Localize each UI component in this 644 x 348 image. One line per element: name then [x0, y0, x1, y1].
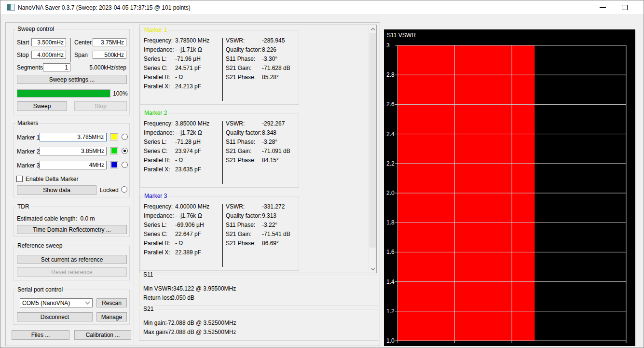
chart-canvas[interactable]: 32.82.62.42.22.01.81.61.41.21.0: [384, 29, 635, 346]
marker-frequency-input[interactable]: 4MHz: [40, 161, 107, 169]
maximize-button[interactable]: [614, 0, 635, 14]
detail-label: Quality factor:: [226, 212, 261, 219]
y-tick-label: 1.4: [386, 278, 395, 285]
detail-value: -71.96 µH: [175, 56, 201, 62]
marker-detail-panel: Marker 1 Frequency: 3.78500 MHz Impedanc…: [140, 30, 299, 105]
marker-detail-panel: Marker 2 Frequency: 3.85000 MHz Impedanc…: [140, 113, 299, 188]
detail-label: Frequency:: [144, 203, 173, 210]
detail-value: -3.30°: [262, 56, 277, 62]
marker-frequency-input[interactable]: 3.785MHz: [40, 133, 107, 141]
delta-marker-checkbox[interactable]: [16, 176, 23, 182]
marker-select-radio[interactable]: [122, 162, 128, 168]
serial-port-select[interactable]: COM5 (NanoVNA): [20, 298, 93, 307]
marker-frequency-input[interactable]: 3.85MHz: [40, 147, 107, 155]
stop-input[interactable]: 4.000mHz: [31, 51, 66, 59]
summary-value: -72.088 dB @ 3.52500MHz: [166, 320, 236, 326]
rescan-button[interactable]: Rescan: [96, 298, 127, 307]
marker-color-button[interactable]: [110, 161, 118, 168]
detail-label: Quality factor:: [226, 129, 261, 136]
tdr-button[interactable]: Time Domain Reflectometry ...: [17, 225, 127, 234]
y-tick-label: 3: [386, 42, 390, 49]
detail-label: S21 Gain:: [226, 148, 251, 154]
detail-value: -71.091 dB: [262, 148, 290, 154]
progress-percent: 100%: [113, 90, 128, 97]
detail-value: -292.267: [262, 120, 285, 127]
scrollbar-down-button[interactable]: [369, 265, 376, 273]
s11-summary-title: S11: [142, 271, 154, 278]
detail-label: Parallel X:: [144, 166, 170, 173]
detail-value: 4.00000 MHz: [175, 203, 209, 210]
cable-length-value: 0.0 m: [80, 215, 95, 222]
detail-value: 84.15°: [262, 157, 279, 164]
set-reference-button[interactable]: Set current as reference: [17, 255, 127, 264]
sweep-separator: [70, 38, 70, 62]
reference-sweep-title: Reference sweep: [16, 242, 64, 250]
marker-color-button[interactable]: [110, 147, 118, 154]
show-data-button[interactable]: Show data: [17, 185, 96, 195]
marker-color-swatch: [111, 148, 117, 153]
files-button[interactable]: Files ...: [12, 330, 69, 340]
stop-button[interactable]: Stop: [74, 101, 127, 111]
locked-radio[interactable]: [121, 186, 127, 193]
app-icon: [7, 4, 15, 11]
reference-sweep-group: Reference sweep Set current as reference…: [13, 246, 130, 280]
detail-value: 85.28°: [262, 74, 279, 81]
reset-reference-button[interactable]: Reset reference: [17, 267, 127, 277]
detail-value: -3.28°: [262, 139, 277, 145]
detail-divider: [222, 204, 223, 267]
scrollbar-thumb[interactable]: [370, 33, 376, 248]
detail-label: S21 Phase:: [226, 240, 256, 247]
detail-label: VSWR:: [226, 120, 245, 127]
calibration-button[interactable]: Calibration ...: [74, 330, 131, 340]
manage-button[interactable]: Manage: [96, 312, 127, 321]
disconnect-button[interactable]: Disconnect: [17, 312, 93, 321]
segments-input[interactable]: 1: [43, 63, 70, 71]
detail-label: Parallel X:: [144, 249, 170, 256]
marker-detail-title: Marker 1: [143, 27, 168, 34]
summary-value: 0.050 dB: [171, 294, 194, 301]
detail-label: S21 Gain:: [226, 231, 251, 237]
text-caret: [104, 134, 104, 140]
minimize-button[interactable]: [592, 0, 614, 14]
detail-label: Frequency:: [144, 37, 173, 44]
sweep-settings-button[interactable]: Sweep settings ...: [17, 75, 127, 84]
s11-vswr-chart[interactable]: S11 VSWR 32.82.62.42.22.01.81.61.41.21.0: [384, 29, 635, 346]
summary-value: -72.088 dB @ 3.52500MHz: [166, 329, 236, 335]
marker-select-radio[interactable]: [122, 134, 128, 140]
start-label: Start: [17, 39, 29, 46]
detail-label: S11 Phase:: [226, 222, 255, 228]
y-tick-label: 2.4: [386, 131, 395, 138]
markers-title: Markers: [16, 120, 40, 127]
span-input[interactable]: 500kHz: [93, 51, 126, 59]
detail-value: -285.945: [262, 37, 285, 44]
detail-value: 23.635 pF: [175, 166, 201, 173]
marker-detail-title: Marker 3: [143, 193, 168, 200]
detail-label: Impedance:: [144, 46, 174, 53]
tdr-group: TDR Estimated cable length: 0.0 m Time D…: [13, 207, 130, 237]
detail-value: 24.213 pF: [175, 83, 201, 90]
detail-value: 86.69°: [262, 240, 279, 247]
scrollbar-up-button[interactable]: [369, 25, 376, 33]
detail-label: Parallel R:: [144, 240, 170, 247]
panel-divider: [134, 22, 134, 346]
detail-label: Series L:: [144, 139, 166, 145]
center-label: Center: [74, 39, 92, 46]
detail-value: 24.571 pF: [175, 65, 201, 71]
marker-color-swatch: [111, 134, 117, 139]
start-input[interactable]: 3.500mHz: [31, 38, 66, 46]
marker-select-radio[interactable]: [122, 148, 128, 154]
scrollbar-up-icon: [370, 28, 374, 31]
sweep-button[interactable]: Sweep: [17, 101, 67, 111]
detail-value: - Ω: [175, 74, 183, 81]
marker-label: Marker 3: [17, 162, 40, 169]
marker-detail-title: Marker 2: [143, 110, 168, 117]
detail-value: - Ω: [175, 157, 183, 164]
summary-label: Return loss:: [143, 294, 174, 301]
detail-label: Frequency:: [144, 120, 173, 127]
vertical-scrollbar[interactable]: [369, 25, 376, 273]
markers-group: Markers Marker 1 3.785MHz Marker 2 3.85M…: [13, 123, 130, 197]
marker-color-button[interactable]: [110, 133, 118, 140]
detail-label: Impedance:: [144, 212, 174, 219]
y-tick-label: 2.2: [386, 160, 395, 167]
center-input[interactable]: 3.75MHz: [93, 38, 126, 46]
